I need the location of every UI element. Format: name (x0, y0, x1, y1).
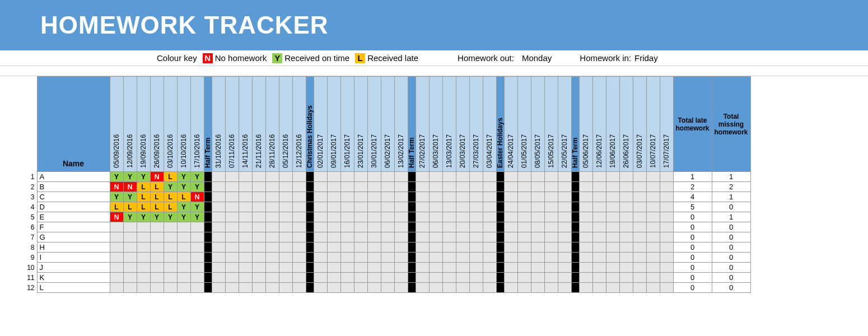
homework-cell[interactable] (483, 253, 496, 263)
homework-cell[interactable] (531, 172, 544, 182)
homework-cell[interactable] (137, 253, 150, 263)
homework-cell[interactable]: Y (110, 192, 123, 202)
homework-cell[interactable] (252, 202, 265, 212)
homework-cell[interactable] (456, 283, 469, 293)
homework-cell[interactable] (633, 192, 646, 202)
homework-cell[interactable] (137, 242, 150, 253)
homework-cell[interactable] (517, 242, 531, 253)
homework-cell[interactable] (265, 172, 279, 182)
homework-cell[interactable] (137, 263, 150, 273)
homework-cell[interactable] (633, 283, 646, 293)
homework-cell[interactable] (150, 232, 164, 242)
homework-cell[interactable] (252, 242, 265, 253)
homework-cell[interactable] (592, 202, 606, 212)
homework-cell[interactable] (110, 232, 123, 242)
homework-cell[interactable] (279, 273, 292, 283)
homework-cell[interactable] (354, 172, 367, 182)
homework-cell[interactable] (292, 263, 306, 273)
homework-cell[interactable] (367, 263, 381, 273)
homework-cell[interactable] (469, 263, 483, 273)
homework-cell[interactable] (504, 192, 517, 202)
student-name-cell[interactable]: H (37, 242, 110, 253)
homework-cell[interactable] (483, 212, 496, 222)
homework-cell[interactable] (381, 232, 394, 242)
homework-cell[interactable] (110, 283, 123, 293)
homework-cell[interactable] (212, 172, 225, 182)
homework-cell[interactable] (606, 263, 619, 273)
homework-cell[interactable]: L (137, 182, 150, 192)
homework-cell[interactable] (354, 202, 367, 212)
homework-cell[interactable] (279, 202, 292, 212)
homework-cell[interactable] (354, 273, 367, 283)
homework-cell[interactable] (660, 273, 673, 283)
homework-cell[interactable] (558, 182, 571, 192)
homework-cell[interactable] (544, 222, 558, 232)
homework-cell[interactable] (190, 253, 204, 263)
homework-cell[interactable] (314, 232, 327, 242)
homework-cell[interactable] (164, 273, 177, 283)
homework-cell[interactable] (394, 263, 408, 273)
homework-cell[interactable] (137, 232, 150, 242)
homework-cell[interactable]: Y (190, 182, 204, 192)
homework-cell[interactable] (340, 253, 354, 263)
homework-cell[interactable] (429, 212, 442, 222)
homework-cell[interactable] (265, 253, 279, 263)
homework-cell[interactable] (279, 253, 292, 263)
homework-cell[interactable] (416, 212, 429, 222)
homework-cell[interactable] (340, 202, 354, 212)
homework-cell[interactable] (660, 283, 673, 293)
homework-cell[interactable] (314, 192, 327, 202)
homework-cell[interactable] (225, 273, 239, 283)
homework-cell[interactable] (265, 242, 279, 253)
homework-cell[interactable] (579, 242, 592, 253)
homework-cell[interactable]: Y (123, 172, 137, 182)
homework-cell[interactable] (592, 253, 606, 263)
homework-cell[interactable] (558, 263, 571, 273)
homework-cell[interactable] (633, 253, 646, 263)
homework-cell[interactable] (456, 212, 469, 222)
homework-cell[interactable] (327, 263, 340, 273)
homework-cell[interactable] (429, 242, 442, 253)
homework-cell[interactable] (646, 283, 660, 293)
homework-cell[interactable] (190, 263, 204, 273)
homework-cell[interactable] (633, 172, 646, 182)
homework-cell[interactable] (619, 202, 633, 212)
homework-cell[interactable] (292, 182, 306, 192)
homework-cell[interactable] (429, 172, 442, 182)
homework-cell[interactable] (646, 192, 660, 202)
homework-cell[interactable] (646, 212, 660, 222)
homework-cell[interactable] (314, 222, 327, 232)
homework-cell[interactable] (517, 192, 531, 202)
homework-cell[interactable] (252, 222, 265, 232)
homework-cell[interactable] (252, 212, 265, 222)
homework-cell[interactable] (314, 242, 327, 253)
homework-cell[interactable] (504, 232, 517, 242)
homework-cell[interactable] (225, 172, 239, 182)
homework-cell[interactable] (504, 273, 517, 283)
homework-cell[interactable]: Y (177, 202, 190, 212)
homework-cell[interactable] (367, 273, 381, 283)
homework-cell[interactable] (123, 222, 137, 232)
homework-cell[interactable] (606, 202, 619, 212)
homework-cell[interactable] (483, 182, 496, 192)
homework-cell[interactable] (456, 253, 469, 263)
homework-cell[interactable] (394, 172, 408, 182)
homework-cell[interactable] (646, 172, 660, 182)
homework-cell[interactable] (279, 222, 292, 232)
homework-cell[interactable] (110, 273, 123, 283)
homework-cell[interactable] (177, 263, 190, 273)
homework-cell[interactable] (367, 172, 381, 182)
homework-cell[interactable] (340, 232, 354, 242)
homework-cell[interactable]: Y (123, 192, 137, 202)
homework-cell[interactable] (517, 263, 531, 273)
homework-cell[interactable] (646, 182, 660, 192)
homework-cell[interactable] (381, 172, 394, 182)
homework-cell[interactable] (483, 172, 496, 182)
homework-cell[interactable] (646, 253, 660, 263)
homework-cell[interactable] (592, 212, 606, 222)
homework-cell[interactable] (544, 232, 558, 242)
homework-cell[interactable] (212, 212, 225, 222)
homework-cell[interactable] (456, 172, 469, 182)
homework-cell[interactable] (239, 283, 252, 293)
homework-cell[interactable] (531, 222, 544, 232)
